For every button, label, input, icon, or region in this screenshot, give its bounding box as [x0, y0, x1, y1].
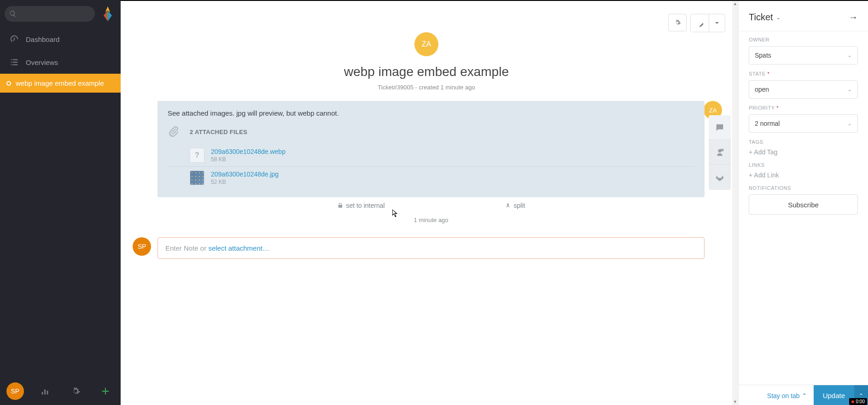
- chevron-down-icon: ⌄: [847, 120, 852, 127]
- channel-note[interactable]: [709, 115, 731, 140]
- gear-icon: [674, 19, 681, 26]
- channel-dock: ?: [709, 115, 731, 190]
- attachment-filename[interactable]: 209a6300e10248de.webp: [211, 148, 285, 155]
- sidebar-open-ticket[interactable]: webp image embed example: [0, 74, 121, 93]
- main-area: ▲ ▼ ?: [121, 0, 868, 405]
- article-text: See attached images. jpg will preview, b…: [168, 109, 694, 117]
- customer-avatar[interactable]: ZA: [414, 32, 438, 56]
- add-tag-link[interactable]: + Add Tag: [749, 148, 858, 156]
- ticket-settings-button[interactable]: [668, 14, 687, 31]
- attachments-count: 2 ATTACHED FILES: [190, 129, 247, 135]
- chevron-down-icon: ⌄: [847, 86, 852, 93]
- select-attachment-link[interactable]: select attachment…: [208, 244, 269, 252]
- stats-button[interactable]: [30, 377, 61, 405]
- article-timestamp: 1 minute ago: [157, 214, 705, 237]
- owner-select[interactable]: Spats⌄: [749, 46, 858, 65]
- state-label: STATE *: [749, 71, 858, 76]
- links-label: LINKS: [749, 162, 858, 168]
- attachment-thumb-unknown: ?: [190, 148, 204, 163]
- sidebar-item-label: Overviews: [26, 59, 58, 66]
- panel-title[interactable]: Ticket ⌄: [749, 12, 781, 23]
- search-icon: [9, 10, 17, 18]
- chevron-down-icon: ⌄: [776, 14, 781, 21]
- notifications-label: NOTIFICATIONS: [749, 185, 858, 191]
- reply-author-avatar: SP: [133, 237, 151, 256]
- ticket-meta: Ticket#39005 - created 1 minute ago: [139, 84, 714, 91]
- gauge-icon: [9, 34, 19, 44]
- split-icon: [505, 202, 511, 209]
- sidebar-item-label: Dashboard: [26, 35, 59, 43]
- ticket-content: ▲ ▼ ?: [121, 1, 738, 405]
- highlight-button[interactable]: [691, 14, 709, 32]
- reply-input[interactable]: Enter Note or select attachment…: [157, 237, 705, 259]
- ticket-sidebar: Ticket ⌄ → OWNER Spats⌄ STATE * open⌄ PR…: [738, 1, 868, 405]
- article-card: See attached images. jpg will preview, b…: [157, 101, 705, 197]
- chevron-up-icon: ⌃: [802, 392, 807, 399]
- chevron-down-icon: [713, 19, 721, 27]
- tags-label: TAGS: [749, 139, 858, 145]
- owner-label: OWNER: [749, 37, 858, 42]
- sidebar-item-overviews[interactable]: Overviews: [0, 51, 121, 74]
- attachment-thumb-image[interactable]: [190, 170, 204, 185]
- split-action[interactable]: split: [505, 202, 525, 209]
- settings-button[interactable]: [60, 377, 91, 405]
- left-sidebar: Dashboard Overviews webp image embed exa…: [0, 0, 121, 405]
- gear-icon: [70, 386, 81, 396]
- scroll-up-icon[interactable]: ▲: [733, 2, 737, 6]
- add-button[interactable]: [91, 377, 121, 405]
- bar-chart-icon: [40, 386, 50, 396]
- status-circle-icon: [6, 81, 11, 86]
- set-internal-action[interactable]: set to internal: [337, 202, 385, 209]
- scrollbar[interactable]: ▲ ▼: [732, 1, 738, 405]
- marker-icon: [696, 19, 704, 27]
- sidebar-item-dashboard[interactable]: Dashboard: [0, 28, 121, 51]
- highlight-menu-button[interactable]: [709, 14, 725, 32]
- stay-on-tab-toggle[interactable]: Stay on tab ⌃: [739, 385, 814, 405]
- app-logo-icon: [99, 6, 116, 22]
- priority-select[interactable]: 2 normal⌄: [749, 114, 858, 133]
- channel-gitlab[interactable]: [709, 165, 731, 190]
- attachment-filesize: 58 KB: [211, 156, 285, 163]
- current-user-avatar[interactable]: SP: [0, 377, 30, 405]
- panel-expand-button[interactable]: →: [849, 12, 858, 23]
- recording-badge: 0:00: [849, 398, 867, 405]
- subscribe-button[interactable]: Subscribe: [749, 194, 858, 215]
- person-question-icon: ?: [715, 147, 725, 158]
- attachment-filename[interactable]: 209a6300e10248de.jpg: [211, 170, 279, 178]
- update-button[interactable]: Update: [814, 385, 854, 405]
- ticket-title: webp image embed example: [139, 65, 714, 79]
- gitlab-icon: [715, 172, 725, 182]
- attachment-filesize: 52 KB: [211, 179, 279, 185]
- paperclip-icon: [168, 125, 181, 139]
- plus-icon: [100, 386, 111, 396]
- lock-icon: [337, 202, 344, 209]
- record-dot-icon: [851, 400, 854, 403]
- chevron-down-icon: ⌄: [847, 52, 852, 59]
- reply-placeholder-text: Enter Note or: [165, 244, 208, 252]
- avatar: SP: [6, 382, 24, 400]
- scroll-down-icon[interactable]: ▼: [733, 400, 737, 404]
- search-input[interactable]: [5, 6, 95, 22]
- add-link-link[interactable]: + Add Link: [749, 171, 858, 179]
- attachment-row: ? 209a6300e10248de.webp 58 KB: [168, 144, 694, 166]
- channel-customer[interactable]: ?: [709, 140, 731, 165]
- state-select[interactable]: open⌄: [749, 80, 858, 99]
- priority-label: PRIORITY *: [749, 105, 858, 111]
- chat-icon: [715, 123, 725, 133]
- sidebar-open-ticket-label: webp image embed example: [16, 79, 104, 87]
- list-icon: [9, 57, 19, 67]
- attachment-row: 209a6300e10248de.jpg 52 KB: [168, 166, 694, 189]
